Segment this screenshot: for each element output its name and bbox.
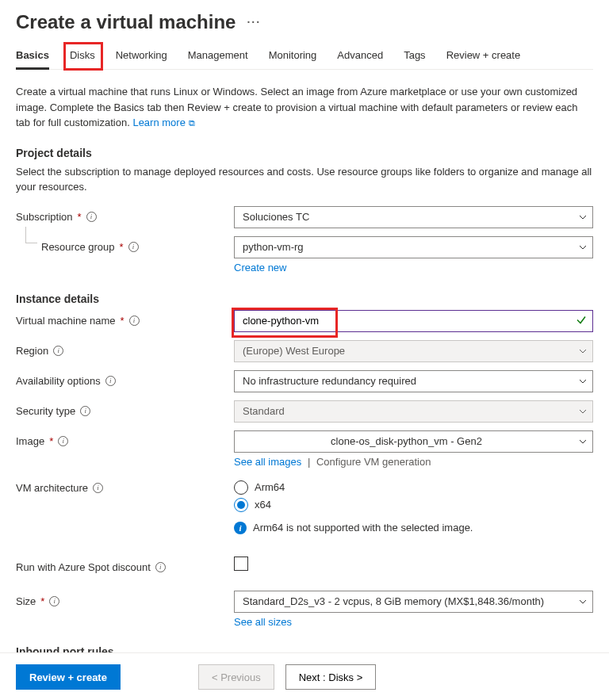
subscription-select[interactable]: Soluciones TC xyxy=(234,206,593,228)
page-title: Create a virtual machine ··· xyxy=(16,11,593,33)
info-icon[interactable]: i xyxy=(93,483,103,493)
vmname-input[interactable] xyxy=(234,310,593,332)
info-icon[interactable]: i xyxy=(49,596,59,606)
tab-monitoring[interactable]: Monitoring xyxy=(269,44,317,69)
tab-bar: Basics Disks Networking Management Monit… xyxy=(16,44,593,70)
tab-management[interactable]: Management xyxy=(188,44,248,69)
next-button[interactable]: Next : Disks > xyxy=(285,664,377,690)
chevron-down-icon xyxy=(578,597,588,606)
subscription-label: Subscription xyxy=(16,211,73,223)
rg-label: Resource group xyxy=(41,241,115,253)
more-actions[interactable]: ··· xyxy=(247,16,261,29)
tab-basics[interactable]: Basics xyxy=(16,44,49,69)
avail-label: Availability options xyxy=(16,375,101,387)
page-title-text: Create a virtual machine xyxy=(16,11,236,33)
project-heading: Project details xyxy=(16,147,593,159)
chevron-down-icon xyxy=(578,437,588,446)
learn-more-link[interactable]: Learn more ⧉ xyxy=(132,117,194,128)
info-icon[interactable]: i xyxy=(80,406,90,416)
project-desc: Select the subscription to manage deploy… xyxy=(16,164,593,195)
image-label: Image xyxy=(16,435,44,447)
tab-networking[interactable]: Networking xyxy=(116,44,167,69)
see-all-images-link[interactable]: See all images xyxy=(234,456,301,468)
info-icon[interactable]: i xyxy=(58,436,68,446)
image-select[interactable]: clone-os_disk-python_vm - Gen2 xyxy=(234,430,593,453)
region-select: (Europe) West Europe xyxy=(234,340,593,362)
size-label: Size xyxy=(16,595,36,607)
see-all-sizes-link[interactable]: See all sizes xyxy=(234,616,292,628)
region-label: Region xyxy=(16,345,48,357)
inbound-heading: Inbound port rules xyxy=(16,645,593,653)
footer-bar: Review + create < Previous Next : Disks … xyxy=(0,652,609,700)
tab-disks[interactable]: Disks xyxy=(70,44,95,69)
review-create-button[interactable]: Review + create xyxy=(16,664,121,690)
info-icon[interactable]: i xyxy=(105,376,116,386)
tab-advanced[interactable]: Advanced xyxy=(337,44,383,69)
rg-select[interactable]: python-vm-rg xyxy=(234,236,593,258)
vmname-label: Virtual machine name xyxy=(16,315,116,327)
tab-review[interactable]: Review + create xyxy=(446,44,521,69)
info-icon[interactable]: i xyxy=(53,346,63,356)
chevron-down-icon xyxy=(578,377,588,386)
intro-text: Create a virtual machine that runs Linux… xyxy=(16,84,593,131)
spot-label: Run with Azure Spot discount xyxy=(16,561,151,573)
security-label: Security type xyxy=(16,405,75,417)
chevron-down-icon xyxy=(578,212,588,222)
radio-arm64[interactable] xyxy=(234,480,248,495)
previous-button: < Previous xyxy=(198,664,274,690)
chevron-down-icon xyxy=(578,407,588,416)
avail-select[interactable]: No infrastructure redundancy required xyxy=(234,370,593,392)
security-select: Standard xyxy=(234,400,593,423)
chevron-down-icon xyxy=(578,346,588,356)
check-icon xyxy=(576,314,587,327)
info-icon[interactable]: i xyxy=(86,212,97,222)
info-icon[interactable]: i xyxy=(129,316,140,326)
arch-info-text: Arm64 is not supported with the selected… xyxy=(253,522,473,534)
radio-x64[interactable] xyxy=(234,498,248,512)
create-new-rg-link[interactable]: Create new xyxy=(234,262,286,273)
external-icon: ⧉ xyxy=(189,118,195,128)
info-icon[interactable]: i xyxy=(128,242,139,252)
instance-heading: Instance details xyxy=(16,293,593,305)
intro-body: Create a virtual machine that runs Linux… xyxy=(16,86,578,128)
chevron-down-icon xyxy=(578,243,588,252)
tab-tags[interactable]: Tags xyxy=(404,44,425,69)
info-icon[interactable]: i xyxy=(155,562,166,572)
size-select[interactable]: Standard_D2s_v3 - 2 vcpus, 8 GiB memory … xyxy=(234,591,593,613)
config-vm-gen: Configure VM generation xyxy=(316,456,431,468)
spot-checkbox[interactable] xyxy=(234,557,248,571)
arch-label: VM architecture xyxy=(16,482,88,494)
info-badge-icon: i xyxy=(234,522,247,534)
